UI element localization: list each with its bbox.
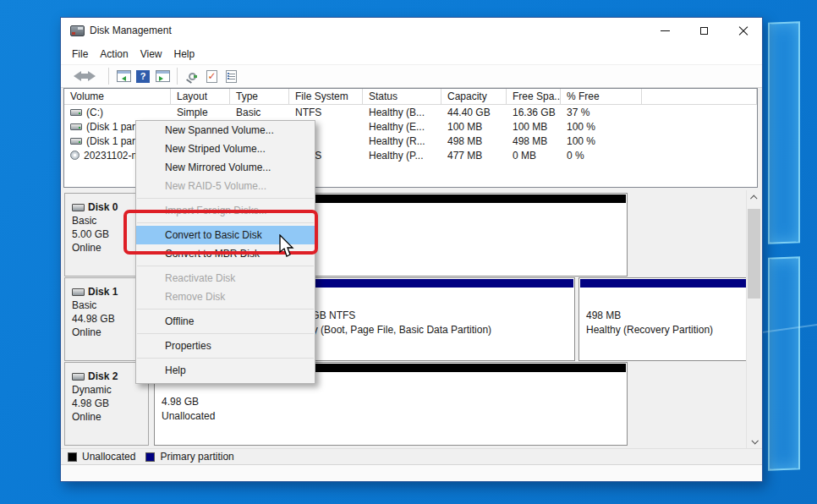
volume-free-space: 498 MB [507, 135, 561, 147]
drive-icon [70, 138, 82, 145]
volume-list-header: Volume Layout Type File System Status Ca… [64, 89, 757, 105]
menu-help[interactable]: Help [168, 46, 201, 63]
volume-capacity: 498 MB [441, 135, 507, 147]
volume-pct-free: 37 % [561, 107, 642, 118]
partition-size: 4.98 GB [162, 395, 215, 409]
rescan-disks-icon[interactable] [184, 69, 200, 84]
column-header-volume[interactable]: Volume [64, 89, 171, 104]
volume-name: (C:) [86, 107, 103, 118]
column-header-filler [642, 89, 757, 104]
help-icon[interactable] [135, 69, 151, 84]
vertical-scrollbar[interactable] [746, 190, 760, 448]
menu-item-offline[interactable]: Offline [136, 312, 315, 331]
close-button[interactable] [723, 18, 762, 44]
table-row[interactable]: (C:) Simple Basic NTFS Healthy (B... 44.… [64, 105, 757, 119]
volume-capacity: 44.40 GB [441, 107, 507, 118]
action-pane-icon[interactable] [155, 69, 170, 84]
partition-status: Unallocated [162, 409, 215, 424]
back-icon[interactable] [67, 69, 82, 84]
menu-item-reactivate-disk: Reactivate Disk [136, 269, 315, 288]
column-header-type[interactable]: Type [230, 89, 289, 104]
volume-free-space: 16.36 GB [507, 107, 561, 118]
menu-separator [137, 198, 314, 199]
scroll-up-button[interactable] [747, 190, 761, 205]
maximize-button[interactable] [684, 18, 723, 44]
volume-capacity: 477 MB [441, 150, 507, 162]
volume-capacity: 100 MB [441, 121, 507, 133]
disk-icon [72, 204, 85, 211]
forward-icon[interactable] [86, 69, 101, 84]
column-header-layout[interactable]: Layout [171, 89, 230, 104]
minimize-icon [661, 30, 670, 31]
maximize-icon [700, 27, 708, 35]
toolbar-separator [108, 68, 109, 85]
volume-status: Healthy (E... [363, 121, 441, 133]
drive-icon [70, 109, 82, 116]
close-icon [738, 26, 748, 36]
menu-separator [137, 266, 314, 266]
legend-bar: Unallocated Primary partition [61, 448, 762, 464]
chevron-down-icon [751, 437, 758, 444]
volume-fs: NTFS [289, 107, 363, 118]
window-title: Disk Management [90, 18, 172, 44]
wallpaper-logo-pane [768, 21, 800, 244]
disk-kind: Dynamic [72, 383, 148, 397]
menu-item-new-striped-volume[interactable]: New Striped Volume... [136, 140, 315, 158]
menu-action[interactable]: Action [94, 46, 134, 63]
volume-free-space: 0 MB [507, 150, 561, 162]
disk-name: Disk 2 [88, 370, 118, 383]
toolbar-separator [177, 68, 178, 85]
disk-name: Disk 1 [88, 285, 118, 299]
unallocated-swatch [68, 452, 77, 462]
title-bar[interactable]: Disk Management [61, 18, 762, 44]
disk1-recovery-partition[interactable]: 498 MB Healthy (Recovery Partition) [578, 277, 748, 361]
volume-type: Basic [230, 107, 289, 118]
volume-name: (Disk 1 parti [86, 135, 140, 147]
check-document-icon[interactable] [204, 69, 219, 84]
volume-pct-free: 0 % [561, 150, 642, 162]
column-header-pct-free[interactable]: % Free [561, 89, 642, 104]
volume-pct-free: 100 % [561, 135, 642, 147]
minimize-button[interactable] [645, 18, 684, 44]
drive-icon [70, 123, 82, 130]
menu-separator [137, 358, 314, 359]
scrollbar-thumb[interactable] [748, 209, 760, 299]
disk-icon [72, 288, 85, 296]
column-header-file-system[interactable]: File System [289, 89, 363, 104]
volume-name: (Disk 1 parti [86, 121, 140, 133]
scroll-down-button[interactable] [747, 434, 761, 448]
volume-free-space: 100 MB [507, 121, 561, 133]
column-header-free-space[interactable]: Free Spa... [507, 89, 561, 104]
disk-management-icon [70, 25, 85, 36]
legend-primary-partition-label: Primary partition [160, 451, 233, 463]
mouse-cursor [278, 234, 295, 258]
wallpaper-logo-pane [768, 256, 800, 470]
menu-item-new-raid5-volume: New RAID-5 Volume... [136, 177, 315, 195]
menu-view[interactable]: View [134, 46, 168, 63]
volume-status: Healthy (P... [363, 150, 441, 162]
menu-item-new-spanned-volume[interactable]: New Spanned Volume... [136, 121, 315, 140]
volume-status: Healthy (R... [363, 135, 441, 147]
console-tree-icon[interactable] [116, 69, 131, 84]
primary-partition-bar [580, 279, 747, 288]
menu-item-help[interactable]: Help [136, 361, 315, 380]
volume-status: Healthy (B... [363, 107, 441, 118]
column-header-status[interactable]: Status [363, 89, 441, 104]
menu-file[interactable]: File [66, 46, 94, 63]
status-strip [61, 464, 762, 481]
disk-icon [72, 373, 85, 381]
disk-size: 4.98 GB [72, 397, 148, 410]
volume-name: 20231102-m [84, 150, 140, 162]
menu-separator [137, 309, 314, 310]
menu-item-remove-disk: Remove Disk [136, 288, 315, 306]
menu-item-properties[interactable]: Properties [136, 337, 315, 355]
chevron-up-icon [750, 194, 757, 201]
menu-item-new-mirrored-volume[interactable]: New Mirrored Volume... [136, 158, 315, 177]
column-header-capacity[interactable]: Capacity [441, 89, 507, 104]
menu-separator [137, 333, 314, 334]
menu-bar: File Action View Help [61, 44, 762, 64]
disk-status: Online [72, 410, 148, 424]
cd-icon [70, 151, 80, 160]
legend-unallocated-label: Unallocated [82, 451, 135, 463]
checklist-icon[interactable] [223, 69, 239, 84]
